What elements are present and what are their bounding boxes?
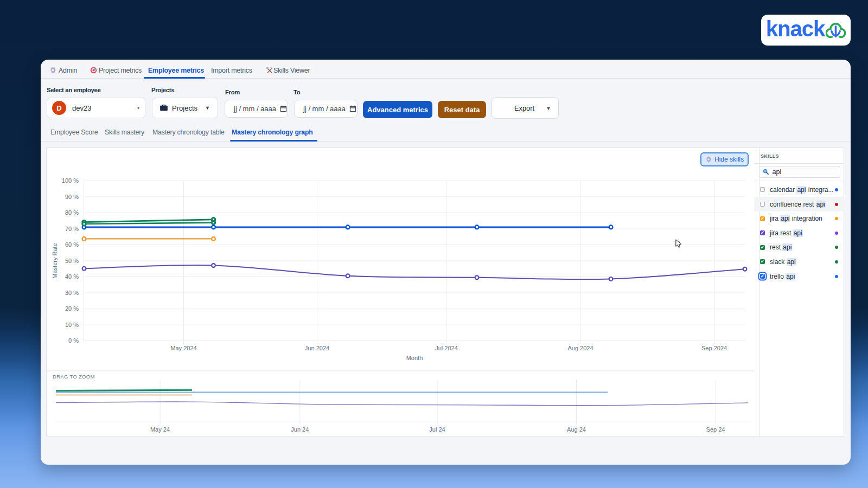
svg-text:0 %: 0 % xyxy=(68,337,79,344)
svg-text:DRAG TO ZOOM: DRAG TO ZOOM xyxy=(53,374,95,380)
svg-text:May 24: May 24 xyxy=(150,426,170,433)
svg-text:Jul 2024: Jul 2024 xyxy=(435,345,458,351)
svg-text:100 %: 100 % xyxy=(62,177,79,184)
svg-text:10 %: 10 % xyxy=(65,322,79,328)
svg-text:60 %: 60 % xyxy=(65,241,79,248)
svg-text:Jun 2024: Jun 2024 xyxy=(305,345,329,351)
svg-text:30 %: 30 % xyxy=(65,290,79,296)
svg-text:Sep 2024: Sep 2024 xyxy=(701,345,727,351)
svg-text:Aug 24: Aug 24 xyxy=(567,426,586,433)
svg-text:May 2024: May 2024 xyxy=(170,345,196,351)
svg-text:Jul 24: Jul 24 xyxy=(429,426,445,433)
svg-text:80 %: 80 % xyxy=(65,209,79,216)
svg-text:20 %: 20 % xyxy=(65,305,79,312)
svg-text:90 %: 90 % xyxy=(65,194,79,200)
svg-text:40 %: 40 % xyxy=(65,273,79,280)
svg-text:Jun 24: Jun 24 xyxy=(291,426,309,433)
svg-text:50 %: 50 % xyxy=(65,258,79,264)
svg-text:Month: Month xyxy=(406,355,423,361)
svg-text:Aug 2024: Aug 2024 xyxy=(567,345,593,351)
svg-text:Sep 24: Sep 24 xyxy=(706,426,725,433)
svg-text:70 %: 70 % xyxy=(65,226,79,232)
svg-text:Mastery Rate: Mastery Rate xyxy=(52,243,58,278)
